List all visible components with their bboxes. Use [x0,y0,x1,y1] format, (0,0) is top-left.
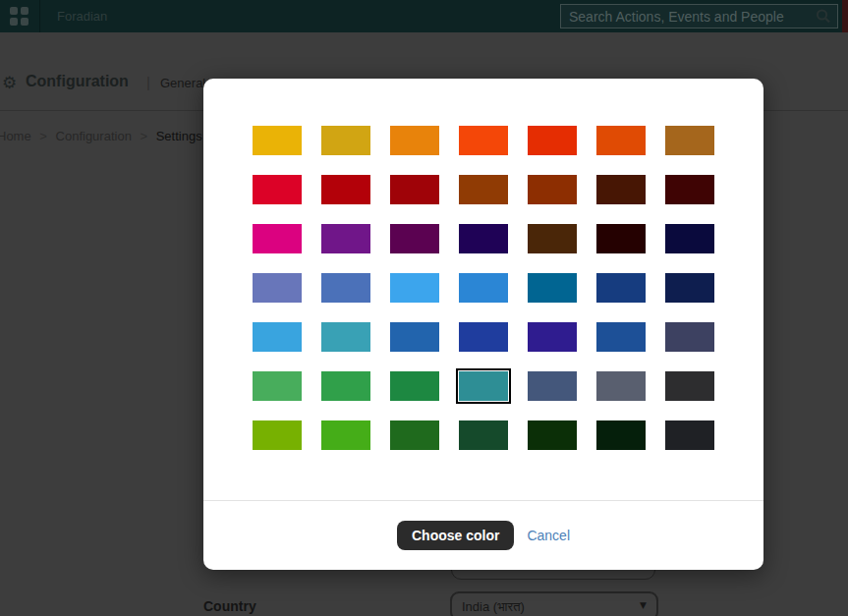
color-swatch[interactable] [665,224,714,253]
gear-icon: ⚙ [2,73,17,92]
page-section: General [160,76,205,90]
color-swatch[interactable] [253,322,302,352]
choose-color-button[interactable]: Choose color [397,521,514,550]
grid-dot [21,18,28,26]
color-swatch[interactable] [528,273,577,303]
color-swatch[interactable] [390,175,439,204]
breadcrumb-separator: > [140,129,147,143]
color-swatch[interactable] [459,175,508,204]
topbar-divider [39,0,40,32]
color-swatch[interactable] [321,371,370,401]
color-swatch[interactable] [528,371,577,401]
color-picker-modal: Choose color Cancel [203,79,763,570]
breadcrumb-home[interactable]: Home [0,129,31,143]
topbar: Foradian [0,0,848,32]
brand-name: Foradian [57,0,107,32]
color-swatch[interactable] [528,420,577,450]
color-swatch[interactable] [321,224,370,253]
color-swatch[interactable] [390,273,439,303]
topbar-right-strip [842,0,848,32]
color-swatch[interactable] [665,273,714,303]
chevron-down-icon: ▼ [640,600,647,610]
color-swatch[interactable] [321,175,370,204]
title-separator: | [146,74,150,90]
breadcrumb-separator: > [39,129,47,143]
color-swatch[interactable] [390,224,439,253]
color-swatch[interactable] [321,420,370,450]
color-swatch[interactable] [665,420,714,450]
color-swatch[interactable] [321,322,370,352]
color-swatch[interactable] [321,126,370,155]
color-swatch[interactable] [253,420,302,450]
grid-dot [10,18,18,26]
color-swatch[interactable] [596,371,646,401]
color-swatch[interactable] [390,126,439,155]
global-search [560,4,838,28]
breadcrumb-configuration[interactable]: Configuration [56,129,132,143]
color-swatch[interactable] [596,175,646,204]
color-swatch[interactable] [665,126,714,155]
country-select-value: India (भारत) [462,599,525,615]
color-swatch[interactable] [528,224,577,253]
color-swatch[interactable] [459,126,508,155]
color-swatch[interactable] [528,126,577,155]
color-swatch[interactable] [253,175,302,204]
color-swatch[interactable] [665,175,714,204]
color-swatch[interactable] [459,322,508,352]
color-swatch[interactable] [459,273,508,303]
search-icon[interactable] [815,8,832,29]
color-swatch[interactable] [596,126,646,155]
country-label: Country [203,598,256,614]
color-swatch[interactable] [596,420,646,450]
color-swatch[interactable] [321,273,370,303]
color-swatch[interactable] [528,175,577,204]
color-swatch-selected[interactable] [459,371,508,401]
color-swatch[interactable] [596,322,646,352]
color-swatch[interactable] [253,224,302,253]
color-swatch[interactable] [665,371,714,401]
cancel-link[interactable]: Cancel [527,528,570,543]
country-select[interactable]: India (भारत) ▼ [450,591,658,616]
color-swatch[interactable] [390,420,439,450]
search-input[interactable] [561,5,837,28]
color-grid [253,126,714,450]
breadcrumb-settings: Settings [156,129,202,143]
grid-dot [10,7,18,15]
color-swatch[interactable] [253,371,302,401]
modal-footer: Choose color Cancel [203,500,763,570]
color-swatch[interactable] [528,322,577,352]
color-swatch[interactable] [665,322,714,352]
color-swatch[interactable] [253,126,302,155]
breadcrumb: Home > Configuration > Settings [0,129,202,143]
color-swatch[interactable] [596,273,646,303]
color-swatch[interactable] [253,273,302,303]
color-swatch[interactable] [459,224,508,253]
color-swatch[interactable] [390,371,439,401]
color-swatch[interactable] [459,420,508,450]
page-title: Configuration [26,73,129,90]
color-swatch[interactable] [596,224,646,253]
app-grid-icon[interactable] [10,7,29,27]
grid-dot [21,7,28,15]
color-swatch[interactable] [390,322,439,352]
